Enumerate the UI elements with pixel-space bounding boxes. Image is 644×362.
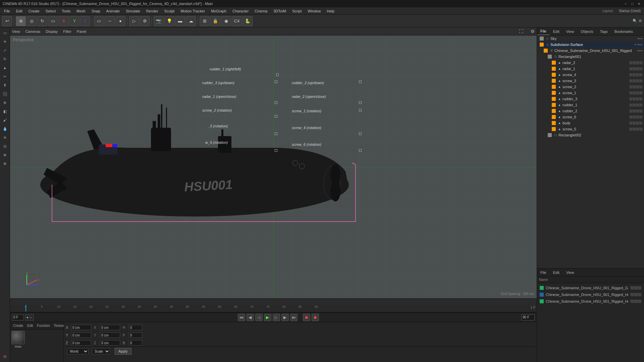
tree-item-rect001[interactable]: □ Rectangle001 (537, 54, 644, 60)
position-y2-input[interactable] (100, 333, 120, 338)
lp-maxon[interactable]: M (1, 353, 9, 361)
lp-bridge[interactable]: ⬛ (1, 90, 9, 98)
rectangle-select[interactable]: ▭ (94, 16, 104, 26)
position-z-input[interactable] (71, 340, 91, 346)
plugin1-btn[interactable]: C4 (232, 16, 242, 26)
camera-btn[interactable]: 📷 (154, 16, 164, 26)
menu-tools[interactable]: Tools (59, 8, 73, 14)
prev-frame-btn[interactable]: ◀ (247, 314, 254, 321)
viewport-tab-display[interactable]: Display (46, 29, 58, 34)
tree-item-chinese-sub[interactable]: ▽ Chinese_Submarine_Drone_HSU_001_Rigged… (537, 48, 644, 54)
maximize-button[interactable]: □ (630, 1, 635, 6)
lp-move[interactable]: ✛ (1, 38, 9, 46)
auto-key-btn[interactable]: ⏺ (312, 314, 319, 321)
minimize-button[interactable]: ─ (623, 1, 628, 6)
viewport-tab-cameras[interactable]: Cameras (25, 29, 41, 34)
position-x-input[interactable] (71, 325, 91, 330)
next-keyframe-btn[interactable]: ▷ (273, 314, 280, 321)
rb-tab-view[interactable]: View (563, 269, 578, 276)
y-axis-btn[interactable]: Y (69, 16, 79, 26)
menu-snap[interactable]: Snap (89, 8, 103, 14)
menu-mesh[interactable]: Mesh (74, 8, 88, 14)
render-settings[interactable]: ⚙ (140, 16, 150, 26)
menu-help[interactable]: Help (324, 8, 337, 14)
end-frame-input[interactable] (521, 314, 535, 320)
play-btn[interactable]: ▶ (264, 314, 271, 321)
position-y-input[interactable] (71, 333, 91, 338)
window-controls[interactable]: ─ □ ✕ (623, 1, 641, 6)
rotation-p-input[interactable] (129, 333, 142, 338)
undo-button[interactable]: ↩ (2, 16, 12, 26)
z-axis-btn[interactable]: Z (80, 16, 90, 26)
move-tool[interactable]: ⊕ (16, 16, 26, 26)
floor-btn[interactable]: ▬ (175, 16, 185, 26)
tree-item-sky[interactable]: ○ Sky ●●● (537, 36, 644, 42)
tree-item-rudder1[interactable]: ▲ rudder_1 ⬛⬛⬛⬛ (537, 102, 644, 108)
position-x2-input[interactable] (100, 325, 120, 330)
mat-create-btn[interactable]: Create (11, 323, 25, 328)
right-tab-view[interactable]: View (563, 28, 578, 35)
menu-create[interactable]: Create (26, 8, 42, 14)
tree-item-radar2[interactable]: ▲ radar_2 ⬛⬛⬛⬛ (537, 60, 644, 66)
menu-window[interactable]: Window (305, 8, 323, 14)
viewport-tab-filter[interactable]: Filter (63, 29, 71, 34)
menu-mograph[interactable]: MoGraph (208, 8, 229, 14)
tree-item-radar1[interactable]: ▲ radar_1 ⬛⬛⬛⬛ (537, 66, 644, 72)
lp-eyedrop[interactable]: 💧 (1, 125, 9, 133)
menu-select[interactable]: Select (43, 8, 59, 14)
lp-rotate[interactable]: ↻ (1, 55, 9, 63)
menu-simulate[interactable]: Simulate (123, 8, 143, 14)
menu-script[interactable]: Script (289, 8, 304, 14)
go-to-end-btn[interactable]: ⏭ (290, 314, 298, 321)
rb-tab-file[interactable]: File (537, 269, 550, 276)
tree-item-rudder2[interactable]: ▲ rudder_2 ⬛⬛⬛⬛ (537, 108, 644, 114)
lp-extrude[interactable]: ⬆ (1, 81, 9, 89)
grid-btn[interactable]: ⊞ (200, 16, 210, 26)
tree-item-screw3[interactable]: ▲ screw_3 ⬛⬛⬛⬛ (537, 78, 644, 84)
menu-sculpt[interactable]: Sculpt (162, 8, 177, 14)
rb-file-geometry[interactable]: Chinese_Submarine_Drone_HSU_001_Rigged_G… (538, 285, 643, 291)
right-tab-bookmarks[interactable]: Bookmarks (611, 28, 636, 35)
main-viewport[interactable]: Perspective (10, 36, 537, 298)
lp-poly[interactable]: ▲ (1, 64, 9, 72)
live-select[interactable]: ● (115, 16, 125, 26)
light-btn[interactable]: 💡 (164, 16, 174, 26)
lp-paint[interactable]: 🖌 (1, 116, 9, 124)
right-tab-objects[interactable]: Objects (577, 28, 596, 35)
go-to-start-btn[interactable]: ⏮ (238, 314, 245, 321)
menu-cinema[interactable]: Cinema (252, 8, 270, 14)
softselect-btn[interactable]: ◉ (221, 16, 231, 26)
menu-character[interactable]: Character (230, 8, 251, 14)
tree-item-subdiv[interactable]: ◇ Subdivision Surface ✓ ●●● (537, 42, 644, 48)
tree-item-rudder3[interactable]: ▲ rudder_3 ⬛⬛⬛⬛ (537, 96, 644, 102)
plugin2-btn[interactable]: 🐍 (243, 16, 253, 26)
tree-item-rect002[interactable]: □ Rectangle002 (537, 132, 644, 138)
prev-keyframe-btn[interactable]: ◁ (255, 314, 263, 321)
layout-preset[interactable]: Startup (Used) (617, 9, 643, 13)
lp-scale[interactable]: ⤢ (1, 46, 9, 54)
lp-ik[interactable]: ⊕ (1, 160, 9, 168)
rotation-h-input[interactable] (129, 325, 142, 330)
menu-edit[interactable]: Edit (13, 8, 25, 14)
viewport-maximize-icon[interactable]: ⛶ (519, 29, 523, 34)
lp-select[interactable]: ▭ (1, 29, 9, 37)
lp-magnet[interactable]: ⊛ (1, 99, 9, 107)
menu-animate[interactable]: Animate (104, 8, 122, 14)
viewport-tab-view[interactable]: View (12, 29, 20, 34)
scale-dropdown[interactable]: Scale (92, 348, 110, 354)
tree-item-screw1[interactable]: ▲ screw_1 ⬛⬛⬛⬛ (537, 90, 644, 96)
timeline-ruler[interactable]: 0 5 10 15 20 25 30 35 40 45 50 55 60 65 (10, 305, 537, 312)
tree-item-screw6[interactable]: ▲ screw_6 ⬛⬛⬛⬛ (537, 114, 644, 120)
lp-knife[interactable]: ✂ (1, 72, 9, 80)
tree-item-body[interactable]: ▲ body ⬛⬛⬛⬛ (537, 120, 644, 126)
viewport-settings-icon[interactable]: ⚙ (531, 29, 535, 34)
lp-hair[interactable]: ≋ (1, 133, 9, 141)
menu-render[interactable]: Render (144, 8, 161, 14)
material-item-mate[interactable]: Mate (11, 331, 25, 348)
apply-button[interactable]: Apply (115, 348, 131, 355)
rb-file-helpers[interactable]: Chinese_Submarine_Drone_HSU_001_Rigged_H… (538, 291, 643, 298)
position-z2-input[interactable] (100, 340, 120, 346)
snap-btn[interactable]: 🔒 (210, 16, 220, 26)
menu-file[interactable]: File (1, 8, 13, 14)
render-btn[interactable]: ▷ (129, 16, 139, 26)
